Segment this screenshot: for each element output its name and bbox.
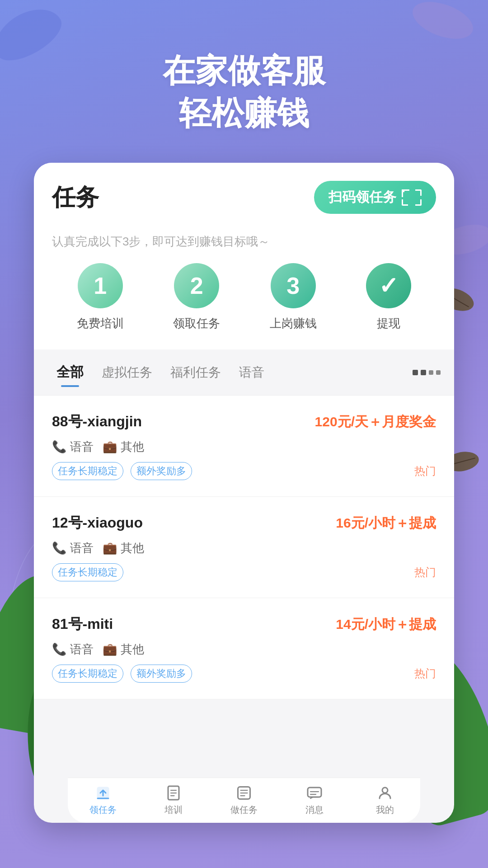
upload-icon (95, 785, 111, 801)
task-pay-2: 16元/小时＋提成 (336, 514, 436, 533)
step-circle-2: 2 (174, 263, 219, 308)
bag-icon-3: 💼 (103, 642, 117, 656)
hero-title-line2: 轻松赚钱 (0, 92, 488, 135)
scan-btn-label: 扫码领任务 (328, 188, 396, 207)
tab-welfare[interactable]: 福利任务 (161, 359, 230, 386)
task-pay-3: 14元/小时＋提成 (336, 615, 436, 634)
task-tags-row-1: 📞 语音 💼 其他 (52, 439, 436, 455)
tab-voice[interactable]: 语音 (230, 359, 273, 386)
step-label-3: 上岗赚钱 (270, 316, 317, 331)
step-number-2: 2 (190, 272, 203, 299)
task-badge-stable-1: 任务长期稳定 (52, 462, 123, 480)
task-badges-left-1: 任务长期稳定 额外奖励多 (52, 462, 192, 480)
step-number-1: 1 (94, 272, 107, 299)
scan-button[interactable]: 扫码领任务 (314, 181, 436, 214)
svg-point-13 (382, 788, 388, 793)
doc-icon (165, 785, 182, 801)
nav-label-tasks: 领任务 (89, 804, 117, 816)
scan-icon (402, 189, 422, 206)
task-pay-1: 120元/天＋月度奖金 (315, 413, 436, 431)
task-tags-row-3: 📞 语音 💼 其他 (52, 642, 436, 657)
message-icon (306, 785, 323, 801)
tab-bar: 全部 虚拟任务 福利任务 语音 (34, 349, 454, 396)
task-badges-row-3: 任务长期稳定 额外奖励多 热门 (52, 665, 436, 683)
tab-more-dot3 (429, 370, 433, 375)
step-label-2: 领取任务 (173, 316, 220, 331)
task-item-1[interactable]: 88号-xiangjin 120元/天＋月度奖金 📞 语音 💼 其他 任务长期稳… (34, 396, 454, 497)
tab-all[interactable]: 全部 (47, 359, 93, 386)
tab-more-dot4 (436, 370, 441, 375)
task-tag-voice-label-3: 语音 (70, 642, 94, 657)
task-name-3: 81号-miti (52, 614, 113, 634)
task-badge-reward-3: 额外奖励多 (131, 665, 192, 683)
bottom-nav: 领任务 培训 做任务 (68, 778, 420, 823)
bg-leaf-top-right (408, 0, 478, 46)
task-name-2: 12号-xiaoguo (52, 513, 143, 533)
step-number-3: 3 (286, 272, 300, 299)
task-badges-row-2: 任务长期稳定 热门 (52, 563, 436, 581)
tab-more-dot2 (421, 370, 426, 375)
task-hot-1: 热门 (414, 464, 436, 478)
steps-section: 认真完成以下3步，即可达到赚钱目标哦～ 1 免费培训 2 领取任务 3 上岗赚钱 (34, 223, 454, 349)
nav-label-training: 培训 (164, 804, 183, 816)
task-tag-other-2: 💼 其他 (103, 540, 144, 556)
task-tag-other-label-2: 其他 (121, 540, 144, 556)
tab-virtual[interactable]: 虚拟任务 (93, 359, 161, 386)
task-tag-voice-label-2: 语音 (70, 540, 94, 556)
card-header: 任务 扫码领任务 (34, 163, 454, 223)
svg-rect-10 (308, 788, 321, 797)
nav-item-mine[interactable]: 我的 (350, 785, 420, 816)
task-tag-other-1: 💼 其他 (103, 439, 144, 455)
step-circle-3: 3 (271, 263, 316, 308)
steps-hint: 认真完成以下3步，即可达到赚钱目标哦～ (52, 234, 436, 250)
task-badges-row-1: 任务长期稳定 额外奖励多 热门 (52, 462, 436, 480)
task-hot-3: 热门 (414, 666, 436, 681)
task-top-row-1: 88号-xiangjin 120元/天＋月度奖金 (52, 412, 436, 432)
task-badge-stable-2: 任务长期稳定 (52, 563, 123, 581)
nav-label-mine: 我的 (376, 804, 394, 816)
phone-icon-2: 📞 (52, 541, 66, 555)
step-item-3: 3 上岗赚钱 (270, 263, 317, 331)
phone-icon-1: 📞 (52, 440, 66, 454)
task-top-row-3: 81号-miti 14元/小时＋提成 (52, 614, 436, 634)
person-icon (377, 785, 393, 801)
task-item-2[interactable]: 12号-xiaoguo 16元/小时＋提成 📞 语音 💼 其他 任务长期稳定 热… (34, 497, 454, 598)
task-hot-2: 热门 (414, 565, 436, 580)
task-tags-row-2: 📞 语音 💼 其他 (52, 540, 436, 556)
svg-rect-1 (97, 798, 109, 799)
hero-title-line1: 在家做客服 (0, 50, 488, 92)
task-tag-other-label-3: 其他 (121, 642, 144, 657)
phone-icon-3: 📞 (52, 642, 66, 656)
tab-more-dot1 (413, 370, 418, 375)
task-tag-other-3: 💼 其他 (103, 642, 144, 657)
task-tag-voice-1: 📞 语音 (52, 439, 94, 455)
task-top-row-2: 12号-xiaoguo 16元/小时＋提成 (52, 513, 436, 533)
check-mark: ✓ (379, 272, 399, 299)
step-item-2: 2 领取任务 (173, 263, 220, 331)
nav-item-messages[interactable]: 消息 (279, 785, 350, 816)
task-item-3[interactable]: 81号-miti 14元/小时＋提成 📞 语音 💼 其他 任务长期稳定 额外奖励… (34, 598, 454, 699)
task-badge-stable-3: 任务长期稳定 (52, 665, 123, 683)
task-list: 88号-xiangjin 120元/天＋月度奖金 📞 语音 💼 其他 任务长期稳… (34, 396, 454, 699)
steps-row: 1 免费培训 2 领取任务 3 上岗赚钱 ✓ 提现 (52, 263, 436, 331)
task-tag-voice-3: 📞 语音 (52, 642, 94, 657)
scan-corner-bl (402, 199, 408, 206)
nav-item-training[interactable]: 培训 (138, 785, 209, 816)
task-tag-other-label-1: 其他 (121, 439, 144, 455)
bag-icon-1: 💼 (103, 440, 117, 454)
step-circle-1: 1 (78, 263, 123, 308)
step-item-check: ✓ 提现 (366, 263, 411, 331)
task-tag-voice-label-1: 语音 (70, 439, 94, 455)
hero-title: 在家做客服 轻松赚钱 (0, 50, 488, 134)
step-label-1: 免费培训 (77, 316, 124, 331)
task-badge-reward-1: 额外奖励多 (131, 462, 192, 480)
bag-icon-2: 💼 (103, 541, 117, 555)
list-icon (236, 785, 252, 801)
nav-item-tasks[interactable]: 领任务 (68, 785, 138, 816)
nav-label-messages: 消息 (305, 804, 324, 816)
main-card: 任务 扫码领任务 认真完成以下3步，即可达到赚钱目标哦～ 1 免费培训 2 (34, 163, 454, 823)
nav-item-do-tasks[interactable]: 做任务 (209, 785, 279, 816)
task-badges-left-2: 任务长期稳定 (52, 563, 123, 581)
tab-more[interactable] (413, 370, 441, 375)
nav-label-do-tasks: 做任务 (230, 804, 258, 816)
